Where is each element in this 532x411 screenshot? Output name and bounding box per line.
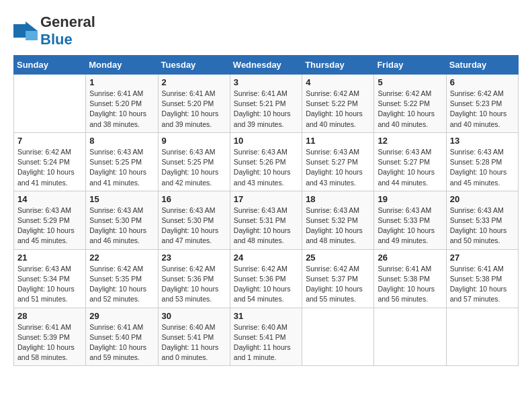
day-info: Sunrise: 6:40 AM Sunset: 5:41 PM Dayligh…: [234, 322, 298, 363]
day-number: 21: [17, 253, 82, 263]
calendar-cell: [14, 75, 86, 133]
calendar-cell: 22Sunrise: 6:42 AM Sunset: 5:35 PM Dayli…: [86, 249, 158, 308]
day-number: 26: [378, 253, 442, 263]
calendar-cell: 10Sunrise: 6:43 AM Sunset: 5:26 PM Dayli…: [230, 132, 302, 191]
day-info: Sunrise: 6:42 AM Sunset: 5:24 PM Dayligh…: [17, 147, 82, 188]
logo: GeneralBlue: [13, 13, 95, 48]
day-info: Sunrise: 6:42 AM Sunset: 5:36 PM Dayligh…: [162, 264, 226, 305]
svg-marker-1: [26, 21, 38, 31]
weekday-header-friday: Friday: [374, 56, 446, 75]
calendar-cell: 31Sunrise: 6:40 AM Sunset: 5:41 PM Dayli…: [230, 308, 302, 366]
calendar-week-1: 1Sunrise: 6:41 AM Sunset: 5:20 PM Daylig…: [14, 75, 519, 133]
calendar-cell: 15Sunrise: 6:43 AM Sunset: 5:30 PM Dayli…: [86, 191, 158, 249]
calendar-cell: 7Sunrise: 6:42 AM Sunset: 5:24 PM Daylig…: [14, 132, 86, 191]
calendar-cell: 5Sunrise: 6:42 AM Sunset: 5:22 PM Daylig…: [374, 75, 446, 133]
calendar-cell: [302, 308, 374, 366]
calendar-week-3: 14Sunrise: 6:43 AM Sunset: 5:29 PM Dayli…: [14, 191, 519, 249]
day-number: 10: [234, 136, 298, 146]
svg-rect-0: [13, 24, 26, 38]
weekday-header-saturday: Saturday: [446, 56, 518, 75]
day-info: Sunrise: 6:43 AM Sunset: 5:30 PM Dayligh…: [89, 205, 154, 246]
logo-text: GeneralBlue: [40, 13, 95, 48]
day-info: Sunrise: 6:41 AM Sunset: 5:38 PM Dayligh…: [450, 264, 515, 305]
day-number: 30: [162, 311, 226, 321]
day-info: Sunrise: 6:41 AM Sunset: 5:20 PM Dayligh…: [89, 89, 154, 130]
calendar-cell: 14Sunrise: 6:43 AM Sunset: 5:29 PM Dayli…: [14, 191, 86, 249]
day-info: Sunrise: 6:43 AM Sunset: 5:27 PM Dayligh…: [378, 147, 442, 188]
weekday-header-tuesday: Tuesday: [158, 56, 230, 75]
day-number: 14: [17, 194, 82, 204]
day-info: Sunrise: 6:43 AM Sunset: 5:27 PM Dayligh…: [306, 147, 370, 188]
day-number: 4: [306, 77, 370, 87]
calendar-cell: 26Sunrise: 6:41 AM Sunset: 5:38 PM Dayli…: [374, 249, 446, 308]
day-number: 19: [378, 194, 442, 204]
calendar-cell: 18Sunrise: 6:43 AM Sunset: 5:32 PM Dayli…: [302, 191, 374, 249]
day-number: 6: [450, 77, 515, 87]
day-number: 18: [306, 194, 370, 204]
day-info: Sunrise: 6:42 AM Sunset: 5:23 PM Dayligh…: [450, 89, 515, 130]
day-number: 7: [17, 136, 82, 146]
calendar-cell: 2Sunrise: 6:41 AM Sunset: 5:20 PM Daylig…: [158, 75, 230, 133]
calendar-cell: 16Sunrise: 6:43 AM Sunset: 5:30 PM Dayli…: [158, 191, 230, 249]
day-info: Sunrise: 6:41 AM Sunset: 5:21 PM Dayligh…: [234, 89, 298, 130]
calendar-table: SundayMondayTuesdayWednesdayThursdayFrid…: [13, 55, 519, 366]
day-info: Sunrise: 6:43 AM Sunset: 5:33 PM Dayligh…: [450, 205, 515, 246]
day-number: 27: [450, 253, 515, 263]
day-info: Sunrise: 6:43 AM Sunset: 5:29 PM Dayligh…: [17, 205, 82, 246]
calendar-cell: 6Sunrise: 6:42 AM Sunset: 5:23 PM Daylig…: [446, 75, 518, 133]
day-number: 28: [17, 311, 82, 321]
calendar-cell: 13Sunrise: 6:43 AM Sunset: 5:28 PM Dayli…: [446, 132, 518, 191]
day-info: Sunrise: 6:42 AM Sunset: 5:37 PM Dayligh…: [306, 264, 370, 305]
day-number: 12: [378, 136, 442, 146]
calendar-cell: 17Sunrise: 6:43 AM Sunset: 5:31 PM Dayli…: [230, 191, 302, 249]
weekday-header-sunday: Sunday: [14, 56, 86, 75]
calendar-cell: 30Sunrise: 6:40 AM Sunset: 5:41 PM Dayli…: [158, 308, 230, 366]
calendar-week-4: 21Sunrise: 6:43 AM Sunset: 5:34 PM Dayli…: [14, 249, 519, 308]
day-number: 1: [89, 77, 154, 87]
day-number: 9: [162, 136, 226, 146]
calendar-cell: 4Sunrise: 6:42 AM Sunset: 5:22 PM Daylig…: [302, 75, 374, 133]
day-info: Sunrise: 6:43 AM Sunset: 5:33 PM Dayligh…: [378, 205, 442, 246]
day-info: Sunrise: 6:42 AM Sunset: 5:35 PM Dayligh…: [89, 264, 154, 305]
day-info: Sunrise: 6:43 AM Sunset: 5:25 PM Dayligh…: [89, 147, 154, 188]
day-info: Sunrise: 6:43 AM Sunset: 5:28 PM Dayligh…: [450, 147, 515, 188]
day-info: Sunrise: 6:41 AM Sunset: 5:40 PM Dayligh…: [89, 322, 154, 363]
day-number: 2: [162, 77, 226, 87]
day-number: 5: [378, 77, 442, 87]
calendar-cell: 24Sunrise: 6:42 AM Sunset: 5:36 PM Dayli…: [230, 249, 302, 308]
day-number: 3: [234, 77, 298, 87]
page-header: GeneralBlue: [13, 13, 519, 48]
calendar-cell: 8Sunrise: 6:43 AM Sunset: 5:25 PM Daylig…: [86, 132, 158, 191]
calendar-cell: 3Sunrise: 6:41 AM Sunset: 5:21 PM Daylig…: [230, 75, 302, 133]
calendar-cell: 23Sunrise: 6:42 AM Sunset: 5:36 PM Dayli…: [158, 249, 230, 308]
day-number: 11: [306, 136, 370, 146]
day-info: Sunrise: 6:42 AM Sunset: 5:22 PM Dayligh…: [306, 89, 370, 130]
day-number: 23: [162, 253, 226, 263]
day-number: 24: [234, 253, 298, 263]
day-number: 31: [234, 311, 298, 321]
calendar-cell: 19Sunrise: 6:43 AM Sunset: 5:33 PM Dayli…: [374, 191, 446, 249]
weekday-header-thursday: Thursday: [302, 56, 374, 75]
calendar-cell: 1Sunrise: 6:41 AM Sunset: 5:20 PM Daylig…: [86, 75, 158, 133]
calendar-cell: 9Sunrise: 6:43 AM Sunset: 5:25 PM Daylig…: [158, 132, 230, 191]
calendar-cell: 11Sunrise: 6:43 AM Sunset: 5:27 PM Dayli…: [302, 132, 374, 191]
day-number: 29: [89, 311, 154, 321]
calendar-week-5: 28Sunrise: 6:41 AM Sunset: 5:39 PM Dayli…: [14, 308, 519, 366]
day-number: 17: [234, 194, 298, 204]
day-info: Sunrise: 6:43 AM Sunset: 5:25 PM Dayligh…: [162, 147, 226, 188]
day-number: 25: [306, 253, 370, 263]
calendar-cell: 12Sunrise: 6:43 AM Sunset: 5:27 PM Dayli…: [374, 132, 446, 191]
day-info: Sunrise: 6:43 AM Sunset: 5:31 PM Dayligh…: [234, 205, 298, 246]
calendar-cell: [446, 308, 518, 366]
day-number: 15: [89, 194, 154, 204]
calendar-cell: 29Sunrise: 6:41 AM Sunset: 5:40 PM Dayli…: [86, 308, 158, 366]
weekday-header-wednesday: Wednesday: [230, 56, 302, 75]
calendar-week-2: 7Sunrise: 6:42 AM Sunset: 5:24 PM Daylig…: [14, 132, 519, 191]
day-info: Sunrise: 6:42 AM Sunset: 5:36 PM Dayligh…: [234, 264, 298, 305]
day-number: 8: [89, 136, 154, 146]
calendar-cell: 20Sunrise: 6:43 AM Sunset: 5:33 PM Dayli…: [446, 191, 518, 249]
calendar-cell: [374, 308, 446, 366]
day-info: Sunrise: 6:43 AM Sunset: 5:26 PM Dayligh…: [234, 147, 298, 188]
day-number: 13: [450, 136, 515, 146]
calendar-cell: 21Sunrise: 6:43 AM Sunset: 5:34 PM Dayli…: [14, 249, 86, 308]
